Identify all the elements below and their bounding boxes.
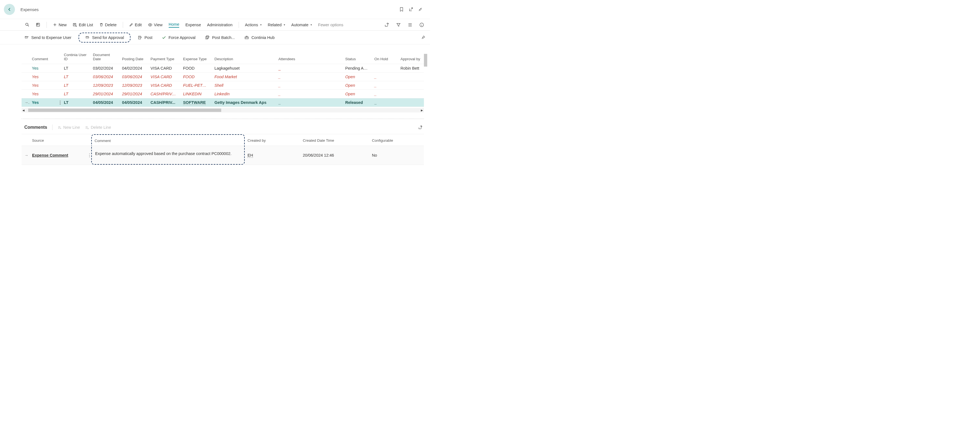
horizontal-scrollbar[interactable]: ◂ ▸ [22,108,424,112]
table-row[interactable]: YesLT12/09/202312/09/2023VISA CARDFUEL-P… [22,81,424,90]
ccol-comment[interactable]: Comment [91,134,245,146]
filter-button[interactable] [395,21,402,29]
ccol-created-dt[interactable]: Created Date Time [300,134,369,146]
ccol-configurable[interactable]: Configurable [369,134,424,146]
content-area: Comment Continia User ID Document Date P… [0,51,430,165]
comment-link[interactable]: Yes [32,66,38,70]
edit-list-button[interactable]: Edit List [70,22,96,28]
row-menu-icon[interactable]: ⋮ [88,153,92,157]
cell-user: LT [61,81,90,90]
force-approval-button[interactable]: Force Approval [159,34,198,41]
menu-related-label: Related [268,23,282,27]
cell-description: Food Market [212,73,275,81]
popout-icon [409,7,414,12]
new-button[interactable]: New [50,22,69,28]
tab-administration[interactable]: Administration [204,22,235,28]
scroll-left-icon[interactable]: ◂ [22,108,25,112]
send-to-user-button[interactable]: Send to Expense User [22,34,73,41]
tab-expense[interactable]: Expense [183,22,204,28]
scroll-right-icon[interactable]: ▸ [420,108,424,112]
scroll-thumb[interactable] [28,109,221,112]
vscroll-thumb[interactable] [424,54,427,67]
collapse-button[interactable] [415,5,425,14]
cell-user: LT [61,98,90,107]
svg-rect-12 [246,36,247,37]
col-status[interactable]: Status [343,51,372,64]
col-attendees[interactable]: Attendees [276,51,343,64]
row-menu-icon[interactable]: ⋮ [58,100,61,105]
continia-hub-button[interactable]: Continia Hub [242,34,277,41]
menu-related[interactable]: Related▾ [265,22,288,28]
col-doc-date[interactable]: Document Date [90,51,119,64]
table-row[interactable]: YesLT03/06/202403/06/2024VISA CARDFOODFo… [22,73,424,81]
expenses-grid: Comment Continia User ID Document Date P… [22,51,424,112]
col-user-id[interactable]: Continia User ID [61,51,90,64]
comment-link[interactable]: Yes [32,74,38,79]
col-posting-date[interactable]: Posting Date [119,51,148,64]
view-button[interactable]: View [145,22,165,28]
comment-link[interactable]: Yes [32,100,39,105]
edit-button[interactable]: Edit [126,22,145,28]
post-icon [138,35,142,40]
cell-posting-date: 29/01/2024 [119,90,148,98]
send-for-approval-button[interactable]: Send for Approval [83,34,126,41]
fewer-options-button[interactable]: Fewer options [315,22,346,28]
cell-payment-type: CASH/PRIV... [148,98,180,107]
table-row[interactable]: →Yes⋮LT04/05/202404/05/2024CASH/PRIV...S… [22,98,424,107]
page-title: Expenses [21,7,39,12]
col-description[interactable]: Description [212,51,275,64]
col-on-hold[interactable]: On Hold [372,51,398,64]
filter-icon [396,22,401,27]
section-divider [22,119,424,119]
svg-rect-2 [37,24,38,25]
ccol-source[interactable]: Source [29,134,84,146]
cell-status: Open [343,73,372,81]
pin-button[interactable] [421,35,426,40]
post-batch-label: Post Batch... [212,35,235,40]
delete-button[interactable]: Delete [97,22,119,28]
menu-actions[interactable]: Actions▾ [242,22,265,28]
post-batch-button[interactable]: Post Batch... [203,34,237,41]
vertical-scrollbar[interactable] [424,54,427,165]
search-button[interactable] [22,21,32,28]
expense-type-link[interactable]: SOFTWARE [183,100,206,105]
comment-link[interactable]: Yes [32,92,38,96]
table-row[interactable]: YesLT29/01/202429/01/2024CASH/PRIVAT...L… [22,90,424,98]
comment-source-link[interactable]: Expense Comment [32,153,68,157]
cell-doc-date: 29/01/2024 [90,90,119,98]
tab-home[interactable]: Home [166,21,182,29]
list-view-button[interactable] [406,21,414,29]
popout-button[interactable] [406,5,415,14]
cell-expense-type: SOFTWARE [180,98,212,107]
ccol-created-by[interactable]: Created by [245,134,300,146]
info-button[interactable] [418,21,426,29]
created-by-link[interactable]: EH [248,153,253,158]
layout-button[interactable] [33,21,43,28]
share-button[interactable] [383,21,391,29]
svg-rect-10 [207,36,208,38]
panel-share-button[interactable] [418,125,423,130]
cell-doc-date: 12/09/2023 [90,81,119,90]
comment-link[interactable]: Yes [32,83,38,87]
col-approval-by[interactable]: Approval by [398,51,424,64]
send-user-icon [24,35,29,40]
col-comment[interactable]: Comment [29,51,55,64]
cell-user: LT [61,73,90,81]
back-button[interactable] [4,4,15,15]
chevron-down-icon: ▾ [284,23,285,26]
comment-row[interactable]: → Expense Comment ⋮ Expense automaticall… [22,146,424,165]
svg-point-4 [150,24,150,25]
col-payment-type[interactable]: Payment Type [148,51,180,64]
cell-on-hold: _ [372,73,398,81]
edit-list-icon [73,23,77,27]
comments-header: Comments New Line Delete Line [22,122,424,134]
table-row[interactable]: YesLT03/02/202404/02/2024VISA CARDFOODLa… [22,64,424,73]
bookmark-button[interactable] [397,5,406,14]
cell-posting-date: 04/05/2024 [119,98,148,107]
cell-on-hold: _ [372,81,398,90]
menu-automate[interactable]: Automate▾ [288,22,315,28]
col-expense-type[interactable]: Expense Type [180,51,212,64]
send-approval-icon [85,35,90,40]
post-button[interactable]: Post [135,34,154,41]
delete-line-label: Delete Line [91,125,111,130]
